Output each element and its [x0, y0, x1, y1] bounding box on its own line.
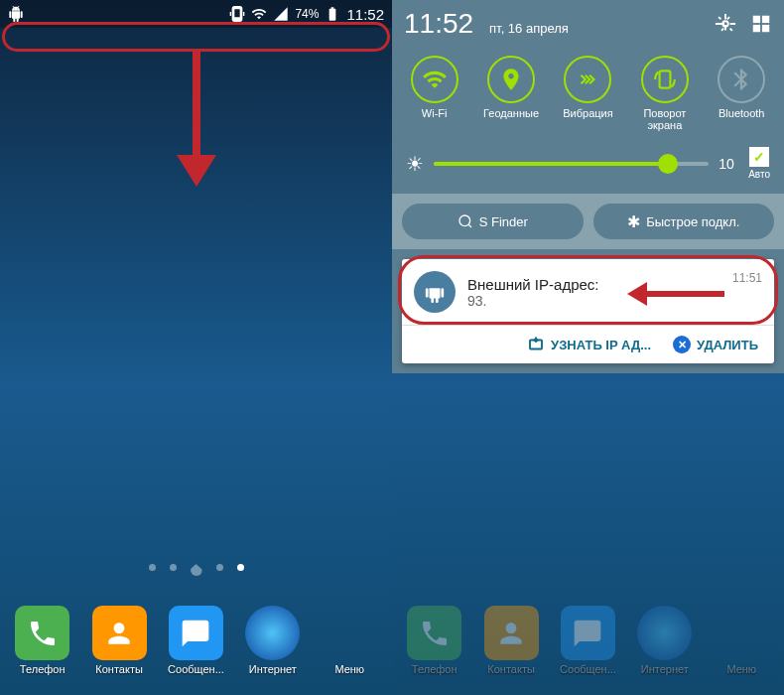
down-arrow: [193, 50, 200, 159]
battery-icon: [325, 6, 340, 22]
page-dot[interactable]: [149, 564, 156, 571]
android-icon: [8, 6, 24, 22]
auto-label: Авто: [748, 169, 770, 180]
notification-time: 11:51: [732, 271, 762, 285]
refresh-icon: [527, 336, 545, 353]
panel-date: пт, 16 апреля: [489, 21, 569, 36]
home-dot[interactable]: [191, 564, 202, 576]
vibration-icon: [564, 56, 611, 103]
page-indicator: [0, 564, 392, 576]
toggle-wifi[interactable]: Wi-Fi: [399, 56, 470, 131]
dock-internet-label: Интернет: [249, 663, 297, 675]
dock-messages[interactable]: Сообщен...: [159, 606, 233, 675]
rotation-label: Поворот экрана: [643, 107, 686, 131]
dock-internet[interactable]: Интернет: [235, 606, 310, 675]
dock-internet-label: Интернет: [641, 663, 689, 675]
rotation-icon: [641, 56, 689, 103]
brightness-slider[interactable]: ☀ 10 ✓ Авто: [392, 141, 784, 194]
connect-icon: ✱: [627, 212, 640, 231]
brightness-track[interactable]: [434, 162, 709, 166]
svg-rect-3: [753, 25, 760, 32]
wifi-icon: [411, 56, 458, 103]
wifi-label: Wi-Fi: [422, 107, 448, 119]
panel-actions: S Finder ✱ Быстрое подкл.: [392, 194, 784, 249]
dock-menu[interactable]: Меню: [705, 606, 779, 675]
left-arrow: [645, 291, 724, 297]
brightness-auto[interactable]: ✓ Авто: [748, 147, 770, 180]
quick-connect-label: Быстрое подкл.: [646, 214, 739, 229]
dock-phone-label: Телефон: [20, 663, 65, 675]
delete-button[interactable]: ✕ УДАЛИТЬ: [673, 336, 758, 353]
android-icon: [414, 271, 456, 313]
brightness-value: 10: [719, 156, 738, 172]
dock-contacts[interactable]: Контакты: [474, 606, 549, 675]
bluetooth-icon: [718, 56, 765, 103]
dock-messages-label: Сообщен...: [168, 663, 224, 675]
vibrate-icon: [229, 6, 245, 22]
quick-connect-button[interactable]: ✱ Быстрое подкл.: [593, 204, 775, 239]
location-label: Геоданные: [483, 107, 539, 119]
notification-card[interactable]: Внешний IP-адрес: 93. 11:51 УЗНАТЬ IP АД…: [402, 259, 774, 363]
dock-messages[interactable]: Сообщен...: [551, 606, 625, 675]
dock-phone-label: Телефон: [412, 663, 457, 675]
location-icon: [487, 56, 535, 103]
toggle-vibration[interactable]: Вибрация: [552, 56, 623, 131]
status-time: 11:52: [346, 6, 384, 23]
page-dot-active[interactable]: [237, 564, 244, 571]
quick-toggles: Wi-Fi Геоданные Вибрация Поворот экрана …: [392, 48, 784, 141]
dock: Телефон Контакты Сообщен... Интернет Мен…: [392, 586, 784, 695]
battery-percent: 74%: [295, 7, 319, 21]
dock-menu-label: Меню: [726, 663, 756, 675]
toggle-location[interactable]: Геоданные: [475, 56, 547, 131]
dock: Телефон Контакты Сообщен... Интернет Мен…: [0, 586, 392, 695]
right-screen: 11:52 пт, 16 апреля Wi-Fi Геоданные Вибр…: [392, 0, 784, 695]
search-icon: [457, 213, 473, 229]
grid-icon[interactable]: [750, 13, 772, 35]
bluetooth-label: Bluetooth: [719, 107, 764, 119]
dock-contacts[interactable]: Контакты: [82, 606, 157, 675]
dock-contacts-label: Контакты: [487, 663, 535, 675]
learn-ip-label: УЗНАТЬ IP АД...: [551, 338, 651, 352]
svg-point-6: [459, 215, 470, 226]
svg-rect-1: [753, 16, 760, 23]
dock-menu[interactable]: Меню: [313, 606, 387, 675]
dock-messages-label: Сообщен...: [560, 663, 616, 675]
close-icon: ✕: [673, 336, 691, 353]
page-dot[interactable]: [170, 564, 177, 571]
svg-rect-5: [659, 70, 670, 87]
dock-phone[interactable]: Телефон: [397, 606, 471, 675]
notif-header: 11:52 пт, 16 апреля: [392, 0, 784, 48]
learn-ip-button[interactable]: УЗНАТЬ IP АД...: [527, 336, 651, 353]
panel-time: 11:52: [404, 8, 473, 40]
wifi-icon: [251, 6, 267, 22]
sfinder-button[interactable]: S Finder: [402, 204, 584, 239]
notification-title: Внешний IP-адрес:: [467, 276, 720, 293]
svg-rect-2: [762, 16, 769, 23]
brightness-thumb[interactable]: [658, 154, 678, 174]
brightness-icon: ☀: [406, 152, 424, 176]
left-screen: 74% 11:52 Телефон Контакты Сообщен...: [0, 0, 392, 695]
dock-phone[interactable]: Телефон: [5, 606, 79, 675]
settings-icon[interactable]: [715, 13, 736, 35]
sfinder-label: S Finder: [479, 214, 528, 229]
toggle-bluetooth[interactable]: Bluetooth: [706, 56, 777, 131]
checkbox-icon[interactable]: ✓: [749, 147, 769, 167]
notification-panel[interactable]: 11:52 пт, 16 апреля Wi-Fi Геоданные Вибр…: [392, 0, 784, 373]
vibration-label: Вибрация: [563, 107, 612, 119]
dock-contacts-label: Контакты: [95, 663, 143, 675]
delete-label: УДАЛИТЬ: [697, 338, 758, 352]
svg-rect-4: [762, 25, 769, 32]
dock-internet[interactable]: Интернет: [627, 606, 702, 675]
page-dot[interactable]: [216, 564, 223, 571]
signal-icon: [273, 6, 289, 22]
toggle-rotation[interactable]: Поворот экрана: [629, 56, 701, 131]
statusbar-highlight: [2, 22, 390, 52]
dock-menu-label: Меню: [334, 663, 364, 675]
